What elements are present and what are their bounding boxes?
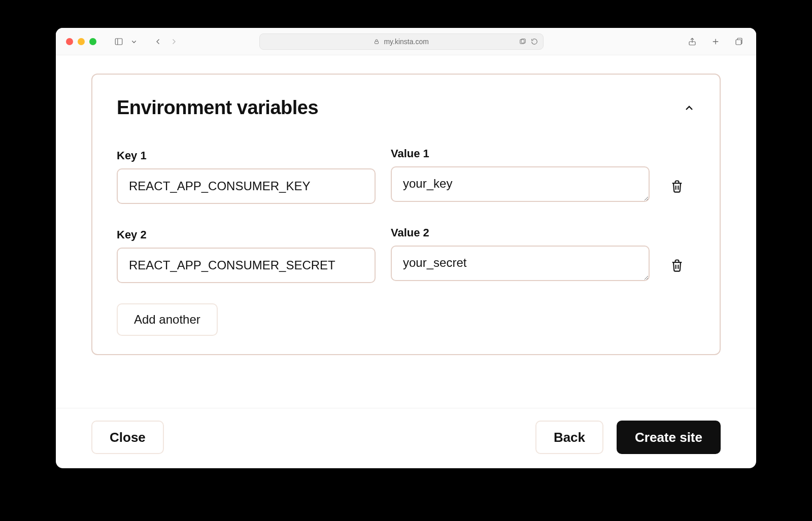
sidebar-toggle-icon[interactable] [112,34,126,49]
new-tab-icon[interactable] [708,34,723,49]
svg-rect-2 [375,41,379,44]
back-button[interactable]: Back [535,421,603,454]
forward-icon[interactable] [166,34,181,49]
field-label: Key 2 [117,228,376,241]
address-text: my.kinsta.com [384,38,428,46]
value-field: Value 1 [391,147,650,204]
browser-window: my.kinsta.com Environment variables [56,28,756,468]
trash-icon [670,179,684,194]
chevron-up-icon[interactable] [683,102,695,114]
field-label: Key 1 [117,149,376,162]
env-row: Key 1 Value 1 [117,147,695,204]
reload-icon[interactable] [531,38,538,45]
key-input[interactable] [117,168,376,204]
env-rows: Key 1 Value 1 Key 2 [117,147,695,283]
page-content: Environment variables Key 1 Value 1 [56,55,756,408]
browser-titlebar: my.kinsta.com [56,28,756,55]
address-bar[interactable]: my.kinsta.com [259,33,544,50]
delete-row-button[interactable] [665,248,689,283]
delete-row-button[interactable] [665,168,689,204]
window-minimize-button[interactable] [78,38,85,45]
field-label: Value 2 [391,226,650,239]
tabs-overview-icon[interactable] [732,34,746,49]
window-close-button[interactable] [66,38,73,45]
window-zoom-button[interactable] [89,38,96,45]
panel-header[interactable]: Environment variables [117,97,695,119]
reader-icon[interactable] [519,38,527,45]
add-another-button[interactable]: Add another [117,303,218,336]
panel-title: Environment variables [117,97,318,119]
svg-rect-8 [736,40,741,45]
value-input[interactable] [391,246,650,281]
value-input[interactable] [391,166,650,202]
key-input[interactable] [117,248,376,283]
back-icon[interactable] [151,34,165,49]
key-field: Key 1 [117,149,376,204]
lock-icon [374,39,380,45]
env-row: Key 2 Value 2 [117,226,695,283]
key-field: Key 2 [117,228,376,283]
env-vars-panel: Environment variables Key 1 Value 1 [91,74,721,355]
svg-rect-0 [115,39,122,45]
traffic-lights [66,38,96,45]
share-icon[interactable] [685,34,699,49]
value-field: Value 2 [391,226,650,283]
field-label: Value 1 [391,147,650,160]
footer-bar: Close Back Create site [56,408,756,468]
create-site-button[interactable]: Create site [617,421,721,454]
trash-icon [670,258,684,273]
dropdown-icon[interactable] [127,34,141,49]
close-button[interactable]: Close [91,421,164,454]
